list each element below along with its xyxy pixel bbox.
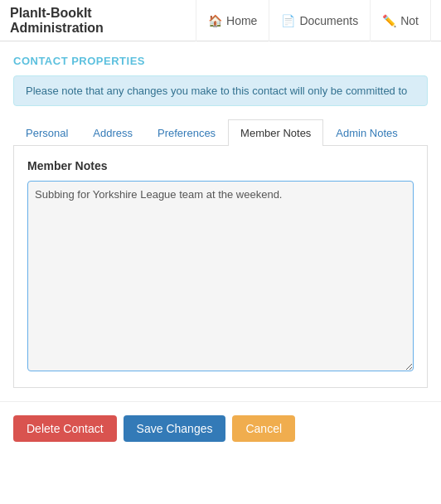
- save-changes-button[interactable]: Save Changes: [124, 415, 226, 442]
- nav-documents[interactable]: 📄 Documents: [269, 0, 371, 41]
- tab-member-notes[interactable]: Member Notes: [228, 119, 323, 146]
- brand-title: PlanIt-BookIt Administration: [10, 6, 179, 36]
- home-icon: 🏠: [208, 14, 222, 27]
- tab-panel-member-notes: Member Notes: [13, 146, 428, 388]
- section-title: CONTACT PROPERTIES: [13, 55, 428, 67]
- nav-home-label: Home: [226, 14, 257, 27]
- page-content: CONTACT PROPERTIES Please note that any …: [0, 41, 441, 388]
- nav-not-label: Not: [400, 14, 419, 27]
- pencil-icon: ✏️: [382, 14, 396, 27]
- nav-not[interactable]: ✏️ Not: [371, 0, 431, 41]
- cancel-button[interactable]: Cancel: [232, 415, 295, 442]
- panel-title: Member Notes: [27, 159, 414, 172]
- tab-address[interactable]: Address: [80, 119, 145, 146]
- alert-text: Please note that any changes you make to…: [26, 85, 407, 97]
- nav-links: 🏠 Home 📄 Documents ✏️ Not: [196, 0, 431, 41]
- documents-icon: 📄: [281, 14, 295, 27]
- alert-banner: Please note that any changes you make to…: [13, 75, 428, 106]
- member-notes-textarea[interactable]: [27, 181, 414, 371]
- nav-documents-label: Documents: [299, 14, 358, 27]
- delete-contact-button[interactable]: Delete Contact: [13, 415, 117, 442]
- tab-admin-notes[interactable]: Admin Notes: [323, 119, 410, 146]
- tab-personal[interactable]: Personal: [13, 119, 80, 146]
- tabs-container: Personal Address Preferences Member Note…: [13, 119, 428, 146]
- footer-bar: Delete Contact Save Changes Cancel: [0, 401, 441, 455]
- navbar: PlanIt-BookIt Administration 🏠 Home 📄 Do…: [0, 0, 441, 41]
- tab-preferences[interactable]: Preferences: [145, 119, 228, 146]
- nav-home[interactable]: 🏠 Home: [196, 0, 269, 41]
